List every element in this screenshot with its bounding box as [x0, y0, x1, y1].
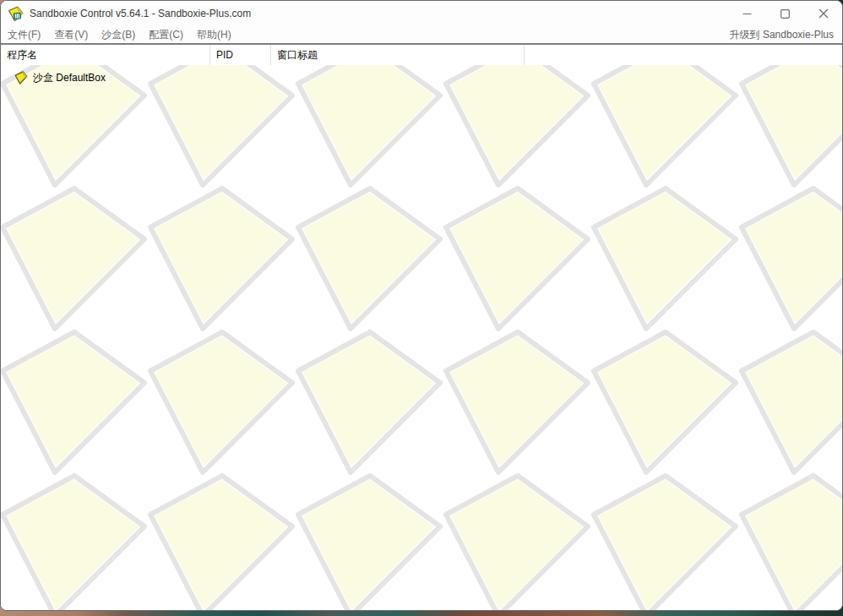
column-header-program-name[interactable]: 程序名	[1, 45, 210, 65]
menu-item-config[interactable]: 配置(C)	[142, 26, 190, 43]
upgrade-to-plus-link[interactable]: 升级到 Sandboxie-Plus	[721, 26, 842, 43]
menu-item-sandbox[interactable]: 沙盒(B)	[95, 26, 142, 43]
sandbox-icon	[14, 71, 28, 84]
column-header-filler	[525, 45, 842, 65]
maximize-button[interactable]	[766, 1, 804, 26]
menu-item-view[interactable]: 查看(V)	[47, 26, 95, 43]
window-controls	[728, 1, 842, 26]
minimize-icon	[742, 9, 752, 19]
sandboxie-control-window: Sandboxie Control v5.64.1 - Sandboxie-Pl…	[0, 0, 843, 611]
close-button[interactable]	[804, 1, 842, 26]
maximize-icon	[780, 9, 790, 19]
column-header-window-title[interactable]: 窗口标题	[271, 45, 525, 65]
window-title: Sandboxie Control v5.64.1 - Sandboxie-Pl…	[30, 8, 728, 19]
sandboxie-watermark-pattern	[1, 65, 842, 610]
process-list-header: 程序名 PID 窗口标题	[1, 45, 842, 65]
column-header-pid[interactable]: PID	[210, 45, 271, 65]
sandboxie-logo-icon	[8, 6, 24, 22]
sandbox-row-label: 沙盒 DefaultBox	[33, 71, 106, 85]
minimize-button[interactable]	[728, 1, 766, 26]
desktop-wallpaper-sliver: Sandboxie Control v5.64.1 - Sandboxie-Pl…	[0, 0, 843, 616]
menu-item-help[interactable]: 帮助(H)	[190, 26, 238, 43]
menu-item-file[interactable]: 文件(F)	[1, 26, 47, 43]
title-bar[interactable]: Sandboxie Control v5.64.1 - Sandboxie-Pl…	[1, 1, 842, 26]
sandbox-row-defaultbox[interactable]: 沙盒 DefaultBox	[14, 70, 106, 85]
close-icon	[819, 8, 829, 19]
menu-bar: 文件(F) 查看(V) 沙盒(B) 配置(C) 帮助(H) 升级到 Sandbo…	[1, 26, 842, 45]
process-list-content[interactable]: 沙盒 DefaultBox	[1, 65, 842, 610]
